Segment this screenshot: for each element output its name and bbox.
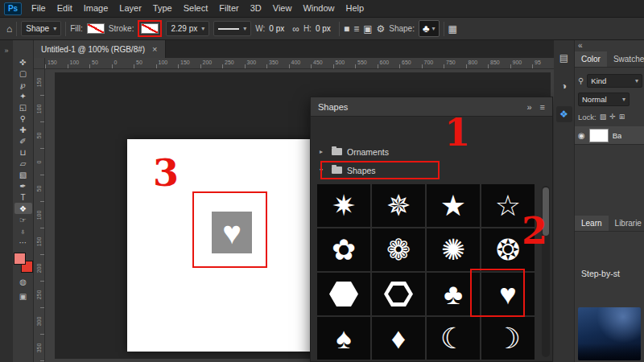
menu-item-window[interactable]: Window [297,0,340,18]
shapes-panel-title: Shapes [318,102,518,112]
menu-item-view[interactable]: View [267,0,298,18]
edit-toolbar-icon[interactable]: ⋯ [19,238,27,247]
shape-picker-dropdown[interactable]: ♣ ▾ [419,20,440,37]
panel-icon-adjustments[interactable]: ◑ [556,78,572,94]
menu-item-edit[interactable]: Edit [52,0,78,18]
crop-tool[interactable]: ◱ [14,101,32,113]
shape-flower[interactable]: ✿ [317,228,370,271]
screen-mode-icon[interactable]: ▣ [14,290,32,302]
gear-icon[interactable]: ⚙ [377,23,386,35]
tool-mode-dropdown[interactable]: Shape ▾ [21,21,61,36]
home-icon[interactable]: ⌂ [6,23,12,35]
stroke-width-dropdown[interactable]: 2.29 px ▾ [166,21,209,36]
toolbar-expand-strip[interactable]: » [0,40,13,362]
close-icon[interactable]: × [152,44,157,54]
document-tab[interactable]: Untitled-1 @ 100% (RGB/8#) × [34,40,166,58]
gradient-tool[interactable]: ▧ [14,169,32,180]
shape-crescent-moon[interactable]: ☾ [427,317,480,360]
stroke-type-dropdown[interactable]: ▾ [213,21,251,36]
shape-diamond[interactable]: ♦ [372,317,425,360]
spot-healing-brush-tool[interactable]: ✚ [14,124,32,135]
more-options-icon[interactable]: ▦ [448,23,457,35]
menu-item-layer[interactable]: Layer [114,0,147,18]
menu-item-3d[interactable]: 3D [245,0,267,18]
shape-crescent-moon-icon: ☾ [440,324,466,353]
menu-item-select[interactable]: Select [178,0,214,18]
panel-menu-icon[interactable]: ≡ [540,102,545,112]
tools-column: ✜▢℘✦◱⚲✚✐⊔▱▧✒T❖☞♁ [14,56,32,237]
rectangular-marquee-tool[interactable]: ▢ [14,68,32,79]
collapse-panel-icon[interactable]: » [526,102,531,112]
brush-tool[interactable]: ✐ [14,135,32,146]
menu-item-help[interactable]: Help [341,0,370,18]
panel-icon-shapes[interactable]: ❖ [556,106,572,122]
right-dock: ▤◑❖ « ColorSwatche ⚲ Kind ▾ Normal ▾ Loc… [554,40,644,362]
fill-swatch[interactable] [87,23,105,34]
link-dimensions-icon[interactable]: ∞ [292,23,299,35]
quick-selection-tool[interactable]: ✦ [14,90,32,101]
tab-color[interactable]: Color [575,51,607,67]
lock-icon-2[interactable]: ⊞ [619,113,625,121]
path-alignment-icon[interactable]: ≡ [353,23,359,35]
menu-item-image[interactable]: Image [78,0,114,18]
foreground-color-swatch[interactable] [14,253,26,265]
ruler-mark: 350 [266,58,289,68]
lock-icon-0[interactable]: ▨ [600,113,607,121]
eraser-tool[interactable]: ▱ [14,158,32,169]
divider [65,22,66,36]
shape-crescent-moon-outline[interactable]: ☽ [481,317,535,360]
custom-shape-preview-icon: ♣ [423,23,430,35]
collapse-panels-icon[interactable]: « [578,41,583,50]
eyedropper-tool[interactable]: ⚲ [14,113,32,124]
shape-flower-outline[interactable]: ❁ [372,228,425,271]
quick-mask-icon[interactable]: ◍ [14,276,32,287]
layer-filter-dropdown[interactable]: Kind ▾ [587,74,642,88]
panel-icon-properties[interactable]: ▤ [556,50,572,66]
photoshop-window: Ps FileEditImageLayerTypeSelectFilter3DV… [0,0,644,362]
annotation-box-canvas-heart [192,191,267,268]
shape-hexagon-outline[interactable] [372,273,425,315]
lock-icon-1[interactable]: ✛ [609,113,616,121]
move-tool[interactable]: ✜ [14,56,32,68]
tab-learn[interactable]: Learn [575,216,609,231]
tab-librarie[interactable]: Librarie [609,216,644,231]
vertical-ruler[interactable]: 15010050050100150200250300350 [34,69,45,362]
ruler-mark: 550 [355,58,378,68]
ruler-mark: 0 [112,58,134,68]
tutorial-thumbnail[interactable] [578,307,641,360]
shape-5-point-star-icon: ★ [440,191,466,220]
menu-item-filter[interactable]: Filter [213,0,244,18]
type-tool[interactable]: T [14,191,32,203]
shape-flower-outline-icon: ❁ [386,236,411,265]
horizontal-ruler[interactable]: 1501005005010015020025030035040045050055… [45,58,554,69]
shape-16-point-burst[interactable]: ✺ [427,228,480,271]
height-input[interactable]: 0 px [316,24,335,33]
zoom-tool[interactable]: ♁ [14,225,32,237]
path-operations-icon[interactable]: ■ [344,23,349,35]
path-arrangement-icon[interactable]: ▣ [363,23,372,35]
shape-12-point-star[interactable]: ✵ [372,184,425,227]
shape-hexagon[interactable] [317,273,370,315]
folder-row-ornaments[interactable]: ▸Ornaments [311,142,552,161]
hand-tool[interactable]: ☞ [14,214,32,225]
pen-tool[interactable]: ✒ [14,180,32,191]
divider [444,22,444,36]
layer-filter-row: ⚲ Kind ▾ [578,72,642,88]
width-input[interactable]: 0 px [269,24,288,33]
lasso-tool[interactable]: ℘ [14,79,32,90]
visibility-eye-icon[interactable]: ◉ [578,131,585,140]
ruler-mark: 100 [68,58,90,68]
menu-item-type[interactable]: Type [147,0,178,18]
shape-spade[interactable]: ♠ [317,317,370,360]
tab-swatche[interactable]: Swatche [607,51,644,67]
blend-mode-dropdown[interactable]: Normal ▾ [578,93,630,106]
ruler-mark: 95 [532,58,554,68]
layer-row-background[interactable]: ◉ Ba [575,126,644,145]
shape-5-point-star[interactable]: ★ [427,184,480,227]
stroke-swatch[interactable] [141,23,159,34]
shape-10-point-star[interactable]: ✷ [317,184,370,227]
shape-hexagon-icon [329,282,358,306]
custom-shape-tool[interactable]: ❖ [14,203,32,214]
clone-stamp-tool[interactable]: ⊔ [14,146,32,158]
menu-item-file[interactable]: File [26,0,52,18]
